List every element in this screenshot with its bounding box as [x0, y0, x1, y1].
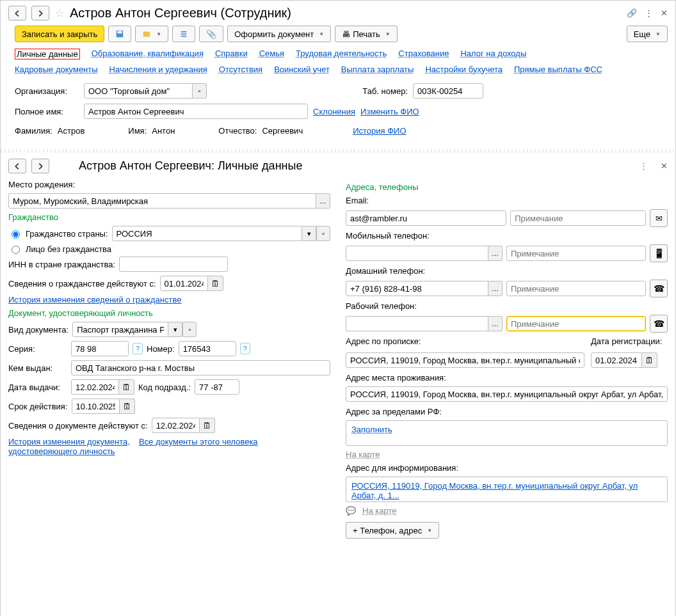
all-docs-link[interactable]: Все документы этого человека: [139, 437, 258, 446]
home-more-button[interactable]: …: [488, 281, 503, 296]
series-input[interactable]: [71, 341, 129, 356]
citizenship-section: Гражданство: [8, 212, 330, 222]
patronymic-value: Сергеевич: [262, 124, 303, 138]
tab-tax[interactable]: Налог на доходы: [460, 49, 526, 59]
subdiv-input[interactable]: [195, 379, 239, 395]
kebab-menu-icon[interactable]: ⋮: [645, 8, 653, 18]
tab-family[interactable]: Семья: [259, 49, 284, 59]
reg-addr-input[interactable]: [346, 352, 584, 368]
comment-icon[interactable]: 💬: [346, 506, 356, 516]
live-addr-input[interactable]: [346, 386, 668, 402]
citizenship-country-label: Гражданство страны:: [26, 229, 108, 239]
email-action-button[interactable]: ✉: [650, 209, 668, 227]
panel-kebab-icon[interactable]: ⋮: [640, 161, 648, 171]
citizenship-country-input[interactable]: [112, 226, 302, 241]
issued-by-input[interactable]: [71, 360, 330, 375]
declension-link[interactable]: Склонения: [313, 107, 355, 116]
home-note-input[interactable]: [506, 281, 646, 296]
tab-certs[interactable]: Справки: [215, 49, 248, 59]
doc-from-calendar-icon[interactable]: 🗓: [200, 418, 215, 433]
save-button[interactable]: [108, 26, 131, 42]
tab-hr-docs[interactable]: Кадровые документы: [15, 65, 98, 74]
folder-dropdown-button[interactable]: [135, 26, 168, 42]
mobile-call-button[interactable]: 📱: [650, 244, 668, 262]
issue-date-input[interactable]: [71, 379, 119, 395]
add-phone-button[interactable]: + Телефон, адрес: [346, 522, 439, 539]
format-doc-button[interactable]: Оформить документ: [227, 26, 331, 42]
issue-date-calendar-icon[interactable]: 🗓: [119, 379, 134, 395]
favorite-star-icon[interactable]: ☆: [54, 6, 65, 20]
forward-button[interactable]: [31, 6, 49, 20]
page-title: Астров Антон Сергеевич (Сотрудник): [70, 6, 622, 20]
mobile-more-button[interactable]: …: [488, 246, 503, 261]
info-addr-box[interactable]: РОССИЯ, 119019, Город Москва, вн.тер.г. …: [346, 477, 668, 502]
foreign-fill-link[interactable]: Заполнить: [351, 425, 392, 434]
print-button[interactable]: 🖶 Печать: [335, 26, 398, 42]
tab-education[interactable]: Образование, квалификация: [92, 49, 204, 59]
list-button[interactable]: [172, 26, 195, 42]
close-window-icon[interactable]: ✕: [661, 8, 668, 18]
more-button[interactable]: Еще: [627, 26, 668, 42]
doc-from-input[interactable]: [152, 418, 200, 433]
doc-history-link2[interactable]: удостоверяющего личность: [8, 446, 115, 456]
on-map-link-2[interactable]: На карте: [362, 506, 396, 516]
tab-military[interactable]: Воинский учет: [274, 65, 330, 74]
work-more-button[interactable]: …: [488, 316, 503, 331]
citizenship-country-radio[interactable]: [12, 230, 20, 239]
doc-history-link[interactable]: История изменения документа,: [8, 437, 130, 446]
citizenship-open-button[interactable]: ▫: [316, 226, 330, 241]
reg-date-input[interactable]: [591, 352, 642, 368]
fullname-input[interactable]: [84, 104, 308, 119]
doc-type-open-button[interactable]: ▫: [182, 322, 197, 337]
save-close-button[interactable]: Записать и закрыть: [15, 26, 104, 42]
valid-until-input[interactable]: [72, 399, 120, 414]
tabnum-input[interactable]: [413, 83, 483, 99]
birthplace-more-button[interactable]: …: [316, 193, 330, 209]
tab-work[interactable]: Трудовая деятельность: [296, 49, 387, 59]
work-call-button[interactable]: ☎: [650, 315, 668, 333]
org-open-button[interactable]: ▫: [193, 83, 207, 99]
on-map-link-1[interactable]: На карте: [346, 450, 380, 459]
home-input[interactable]: [346, 281, 488, 296]
birthplace-label: Место рождения:: [8, 180, 75, 189]
inn-input[interactable]: [119, 257, 228, 272]
panel-back-button[interactable]: [8, 159, 26, 173]
citizenship-dropdown-button[interactable]: ▾: [302, 226, 316, 241]
email-input[interactable]: [346, 210, 506, 226]
number-help-icon[interactable]: ?: [240, 343, 250, 354]
birthplace-input[interactable]: [8, 193, 316, 209]
tab-fss[interactable]: Прямые выплаты ФСС: [514, 65, 602, 74]
info-addr-value[interactable]: РОССИЯ, 119019, Город Москва, вн.тер.г. …: [351, 481, 638, 500]
change-fio-link[interactable]: Изменить ФИО: [360, 107, 419, 116]
panel-forward-button[interactable]: [31, 159, 49, 173]
tab-payroll[interactable]: Начисления и удержания: [109, 65, 207, 74]
link-icon[interactable]: 🔗: [627, 8, 637, 18]
org-input[interactable]: [84, 83, 193, 99]
attach-button[interactable]: 📎: [199, 26, 223, 42]
mobile-input[interactable]: [346, 246, 488, 261]
email-note-input[interactable]: [510, 210, 646, 226]
citizenship-from-input[interactable]: [160, 276, 208, 291]
citizenship-from-calendar-icon[interactable]: 🗓: [208, 276, 223, 291]
stateless-radio[interactable]: [12, 246, 20, 254]
valid-until-calendar-icon[interactable]: 🗓: [120, 399, 135, 414]
tab-salary[interactable]: Выплата зарплаты: [341, 65, 414, 74]
tab-absence[interactable]: Отсутствия: [219, 65, 262, 74]
work-note-input[interactable]: [506, 316, 646, 331]
citizenship-history-link[interactable]: История изменения сведений о гражданстве: [8, 295, 181, 304]
home-call-button[interactable]: ☎: [650, 280, 668, 297]
doc-type-dropdown-button[interactable]: ▾: [168, 322, 182, 337]
mobile-note-input[interactable]: [506, 246, 646, 261]
doc-type-input[interactable]: [72, 322, 168, 337]
number-input[interactable]: [179, 341, 236, 356]
reg-date-calendar-icon[interactable]: 🗓: [642, 352, 657, 368]
panel-close-icon[interactable]: ✕: [661, 161, 668, 171]
tab-accounting[interactable]: Настройки бухучета: [425, 65, 503, 74]
series-help-icon[interactable]: ?: [133, 343, 143, 354]
tab-personal[interactable]: Личные данные: [15, 49, 80, 59]
back-button[interactable]: [8, 6, 26, 20]
foreign-addr-box[interactable]: Заполнить: [346, 420, 668, 446]
work-input[interactable]: [346, 316, 488, 331]
history-fio-link[interactable]: История ФИО: [353, 126, 406, 136]
tab-insurance[interactable]: Страхование: [398, 49, 449, 59]
